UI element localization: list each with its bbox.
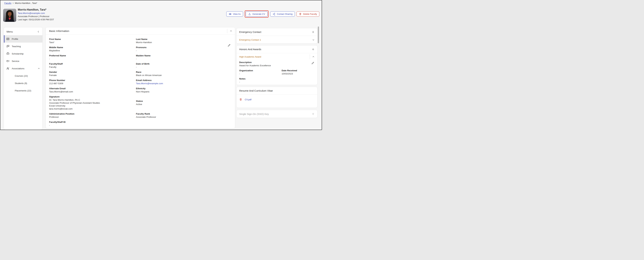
cv-file-link[interactable]: CV.pdf (245, 98, 252, 101)
sso-key-title: Single Sign-On (SSO) Key (239, 113, 269, 115)
emergency-contact-title: Emergency Contact (239, 31, 261, 33)
vertical-scrollbar[interactable] (318, 27, 319, 43)
share-icon (272, 13, 276, 16)
field-label: Last Name (136, 38, 232, 41)
field-value: Tara* (49, 41, 136, 44)
collapse-chevron-up-icon[interactable] (230, 30, 232, 32)
add-emergency-contact-button[interactable] (312, 31, 314, 34)
breadcrumb: Faculty > Morris-Hamilton , Tara* (4, 2, 37, 4)
side-menu: Menu Profile Teaching (4, 27, 42, 130)
delete-faculty-button[interactable]: Delete Faculty (296, 12, 319, 17)
eye-icon (229, 13, 232, 16)
field-label: Middle Name (49, 46, 136, 49)
field-value: - (136, 57, 232, 60)
sidebar-item-label: Associations (12, 67, 24, 70)
award-details: Description Award for Academic Excellenc… (236, 60, 317, 83)
menu-title: Menu (6, 30, 13, 33)
sso-key-card: Single Sign-On (SSO) Key (236, 110, 318, 118)
faculty-email-link[interactable]: Tara.Morris@example.com (18, 12, 54, 15)
contact-sharing-label: Contact Sharing (277, 13, 292, 15)
field-label: Date of Birth (136, 62, 232, 65)
field-value: Maybelline (49, 49, 136, 52)
delete-cv-trash-icon[interactable] (239, 98, 242, 101)
sidebar-item-teaching[interactable]: Teaching (4, 43, 42, 50)
basic-information-panel: Basic Information First Name Tara* Last … (46, 27, 235, 128)
sidebar-subitem-label: Courses (22) (15, 75, 28, 77)
field-value: - (239, 72, 282, 75)
menu-collapse-button[interactable] (37, 30, 40, 33)
field-value: - (136, 49, 232, 52)
field-label: Signature (49, 95, 136, 98)
sidebar-item-scholarship[interactable]: Scholarship (4, 50, 42, 57)
field-value: - (239, 81, 314, 83)
sidebar-item-label: Service (12, 60, 19, 62)
award-name-link[interactable]: High Academic Award (239, 56, 261, 58)
field-label: Race (136, 71, 232, 74)
header-actions: View As Generate CV Contact Sharing (226, 11, 319, 18)
delete-faculty-label: Delete Faculty (303, 13, 317, 15)
sidebar-item-placements[interactable]: Placements (22) (4, 87, 42, 94)
edit-pencil-icon[interactable] (228, 44, 231, 47)
award-row[interactable]: High Academic Award (236, 53, 317, 60)
field-value: Active (136, 103, 232, 106)
signature-line: Dr. Tara Morris-Hamilton, PA-C (49, 98, 136, 102)
chevron-up-icon (38, 67, 40, 70)
faculty-titles: Associate Professor | Professor (18, 15, 54, 18)
plus-icon (312, 112, 314, 115)
field-label: Date Received (282, 69, 297, 72)
sidebar-item-associations[interactable]: Associations (4, 65, 42, 72)
chevron-up-icon[interactable] (312, 56, 314, 58)
sidebar-item-profile[interactable]: Profile (4, 35, 42, 43)
field-value: Professor (49, 116, 136, 118)
signature-line: Exxat University (49, 104, 136, 107)
basic-information-body: First Name Tara* Last Name Morris-Hamilt… (46, 35, 235, 129)
field-label: Preferred Name (49, 54, 136, 57)
field-label: Description (239, 61, 314, 64)
field-label: Organization (239, 69, 282, 72)
sidebar-item-label: Teaching (12, 45, 21, 48)
field-label: Administrative Position (49, 112, 136, 115)
email-address-link[interactable]: Tara.Morris@example.com (136, 82, 163, 85)
faculty-last-login: Last login: 03/11/2026 4:59 PM EST (18, 18, 54, 21)
field-value: Morris-Hamilton (136, 41, 232, 44)
trash-icon (299, 13, 302, 16)
plus-icon (312, 48, 314, 51)
sidebar-item-students[interactable]: Students (9) (4, 80, 42, 87)
teaching-icon (6, 45, 10, 48)
field-label: Faculty/Staff ID (49, 121, 136, 123)
sidebar-item-service[interactable]: Service (4, 57, 42, 65)
breadcrumb-faculty-link[interactable]: Faculty (4, 2, 12, 4)
emergency-contact-1-link[interactable]: Emergency Contact 1 (239, 39, 261, 41)
honors-awards-title: Honors And Awards (239, 48, 261, 51)
panel-title: Basic Information (49, 30, 69, 33)
field-label: Gender (49, 71, 136, 74)
sidebar-item-courses[interactable]: Courses (22) (4, 72, 42, 80)
field-label: Faculty Rank (136, 112, 232, 115)
generate-cv-highlight: Generate CV (245, 11, 268, 18)
field-label: Alternate Email (49, 87, 136, 90)
faculty-name: Morris-Hamilton, Tara* (18, 8, 54, 12)
resume-cv-card: Resume And Curriculum Vitae CV.pdf (236, 87, 318, 108)
id-card-icon (6, 37, 10, 41)
view-as-button[interactable]: View As (226, 12, 243, 17)
field-value: Faculty (49, 66, 136, 68)
add-sso-key-button[interactable] (312, 112, 314, 115)
contact-sharing-button[interactable]: Contact Sharing (270, 12, 295, 17)
signature-line: Associate Professor of Physician Assista… (49, 102, 136, 105)
field-value: Black or African American (136, 74, 232, 77)
sidebar-item-label: Scholarship (12, 53, 24, 55)
download-icon (248, 13, 251, 16)
field-label: Email Address (136, 79, 232, 82)
basic-information-header: Basic Information (46, 27, 235, 35)
edit-award-pencil-icon[interactable] (311, 62, 314, 65)
field-label: Ethnicity (136, 87, 232, 90)
field-value: - (49, 57, 136, 60)
generate-cv-button[interactable]: Generate CV (246, 12, 268, 17)
add-honor-award-button[interactable] (312, 48, 314, 51)
field-value: Female (49, 74, 136, 77)
breadcrumb-separator: > (12, 2, 14, 4)
chevron-down-icon[interactable] (312, 39, 314, 41)
sidebar-item-label: Profile (12, 38, 18, 40)
menu-header: Menu (4, 27, 42, 35)
emergency-contact-1-row[interactable]: Emergency Contact 1 (236, 36, 317, 44)
